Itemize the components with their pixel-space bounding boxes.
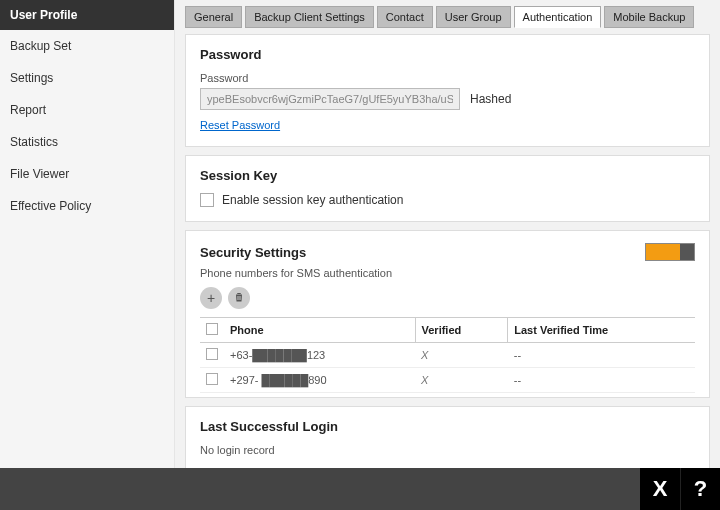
security-settings-panel: Security Settings Phone numbers for SMS …: [185, 230, 710, 398]
session-key-panel: Session Key Enable session key authentic…: [185, 155, 710, 222]
close-icon: X: [653, 476, 668, 502]
table-row[interactable]: +63-███████123 X --: [200, 343, 695, 368]
phone-table: Phone Verified Last Verified Time +63-██…: [200, 317, 695, 393]
session-key-checkbox-label: Enable session key authentication: [222, 193, 403, 207]
sidebar-item-backup-set[interactable]: Backup Set: [0, 30, 174, 62]
session-key-title: Session Key: [200, 168, 695, 183]
row-checkbox[interactable]: [206, 373, 218, 385]
delete-phone-button[interactable]: [228, 287, 250, 309]
sidebar-item-effective-policy[interactable]: Effective Policy: [0, 190, 174, 222]
main: General Backup Client Settings Contact U…: [175, 0, 720, 468]
help-button[interactable]: ?: [680, 468, 720, 510]
help-icon: ?: [694, 476, 707, 502]
close-button[interactable]: X: [640, 468, 680, 510]
trash-icon: [233, 290, 245, 306]
table-row[interactable]: +297- ██████890 X --: [200, 368, 695, 393]
security-settings-title: Security Settings: [200, 245, 306, 260]
footer: X ?: [0, 468, 720, 510]
sidebar-header: User Profile: [0, 0, 174, 30]
sidebar: User Profile Backup Set Settings Report …: [0, 0, 175, 468]
security-subtext: Phone numbers for SMS authentication: [200, 267, 695, 279]
password-field-label: Password: [200, 72, 695, 84]
sidebar-item-file-viewer[interactable]: File Viewer: [0, 158, 174, 190]
tab-mobile-backup[interactable]: Mobile Backup: [604, 6, 694, 28]
tab-contact[interactable]: Contact: [377, 6, 433, 28]
reset-password-link[interactable]: Reset Password: [200, 119, 280, 131]
plus-icon: +: [207, 290, 215, 306]
tab-general[interactable]: General: [185, 6, 242, 28]
tabs: General Backup Client Settings Contact U…: [185, 6, 710, 28]
cell-verified: X: [415, 343, 508, 368]
password-panel: Password Password Hashed Reset Password: [185, 34, 710, 147]
last-login-text: No login record: [200, 444, 695, 456]
password-input[interactable]: [200, 88, 460, 110]
row-checkbox[interactable]: [206, 348, 218, 360]
col-last: Last Verified Time: [508, 318, 695, 343]
tab-user-group[interactable]: User Group: [436, 6, 511, 28]
cell-verified: X: [415, 368, 508, 393]
cell-last: --: [508, 343, 695, 368]
last-login-title: Last Successful Login: [200, 419, 695, 434]
tab-backup-client-settings[interactable]: Backup Client Settings: [245, 6, 374, 28]
add-phone-button[interactable]: +: [200, 287, 222, 309]
cell-phone: +63-███████123: [224, 343, 415, 368]
sidebar-item-statistics[interactable]: Statistics: [0, 126, 174, 158]
col-phone: Phone: [224, 318, 415, 343]
cell-last: --: [508, 368, 695, 393]
last-login-panel: Last Successful Login No login record: [185, 406, 710, 468]
sidebar-item-settings[interactable]: Settings: [0, 62, 174, 94]
cell-phone: +297- ██████890: [224, 368, 415, 393]
hashed-label: Hashed: [470, 92, 511, 106]
tab-authentication[interactable]: Authentication: [514, 6, 602, 28]
password-panel-title: Password: [200, 47, 695, 62]
session-key-checkbox[interactable]: [200, 193, 214, 207]
col-verified: Verified: [415, 318, 508, 343]
sidebar-item-report[interactable]: Report: [0, 94, 174, 126]
security-toggle[interactable]: [645, 243, 695, 261]
select-all-checkbox[interactable]: [206, 323, 218, 335]
